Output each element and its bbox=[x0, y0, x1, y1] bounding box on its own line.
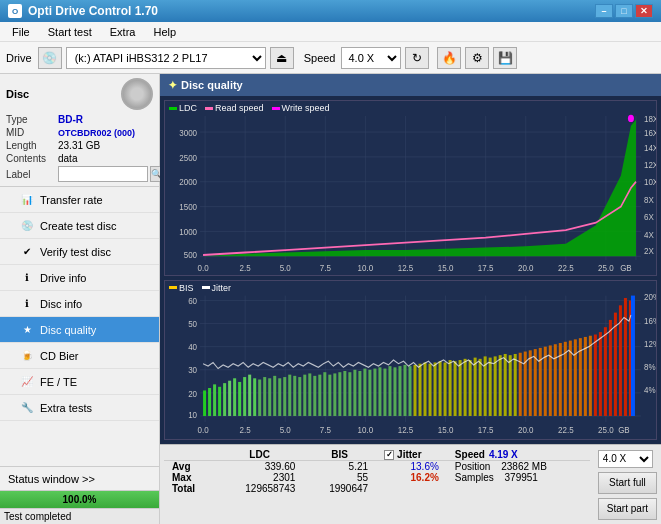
svg-rect-129 bbox=[403, 365, 406, 416]
settings-btn[interactable]: ⚙ bbox=[465, 47, 489, 69]
speed-select-stats[interactable]: 4.0 X bbox=[598, 450, 653, 468]
svg-rect-96 bbox=[238, 382, 241, 416]
ldc-legend-dot bbox=[169, 107, 177, 110]
svg-text:2X: 2X bbox=[644, 245, 654, 256]
svg-rect-122 bbox=[368, 370, 371, 416]
svg-rect-163 bbox=[574, 339, 577, 416]
svg-text:GB: GB bbox=[618, 424, 630, 435]
jitter-checkbox[interactable]: ✓ bbox=[384, 450, 394, 460]
svg-text:16%: 16% bbox=[644, 315, 656, 326]
avg-bis-value: 5.21 bbox=[303, 461, 376, 473]
contents-label: Contents bbox=[6, 153, 58, 164]
chart-header-icon: ✦ bbox=[168, 79, 177, 92]
avg-jitter-value: 13.6% bbox=[376, 461, 447, 473]
content-area: ✦ Disc quality LDC Read speed bbox=[160, 74, 661, 524]
svg-rect-103 bbox=[273, 376, 276, 416]
svg-rect-175 bbox=[631, 295, 635, 415]
svg-rect-109 bbox=[303, 375, 306, 416]
nav-disc-quality-label: Disc quality bbox=[40, 324, 96, 336]
svg-text:2500: 2500 bbox=[179, 152, 197, 163]
svg-rect-136 bbox=[439, 361, 442, 416]
menu-help[interactable]: Help bbox=[145, 24, 184, 40]
drive-select[interactable]: (k:) ATAPI iHBS312 2 PL17 bbox=[66, 47, 266, 69]
menu-extra[interactable]: Extra bbox=[102, 24, 144, 40]
svg-rect-108 bbox=[298, 377, 301, 416]
svg-rect-137 bbox=[444, 362, 447, 416]
refresh-button[interactable]: ↻ bbox=[405, 47, 429, 69]
svg-rect-98 bbox=[248, 375, 251, 416]
menu-file[interactable]: File bbox=[4, 24, 38, 40]
jitter-legend-label: Jitter bbox=[212, 283, 232, 293]
svg-rect-107 bbox=[293, 376, 296, 416]
svg-rect-115 bbox=[333, 373, 336, 416]
svg-text:25.0: 25.0 bbox=[598, 262, 614, 273]
nav-transfer-rate[interactable]: 📊 Transfer rate bbox=[0, 187, 159, 213]
app-title: Opti Drive Control 1.70 bbox=[28, 4, 158, 18]
drive-label: Drive bbox=[6, 52, 32, 64]
top-chart-legend: LDC Read speed Write speed bbox=[169, 103, 329, 113]
svg-text:10X: 10X bbox=[644, 177, 656, 188]
total-row-label: Total bbox=[164, 483, 216, 494]
svg-text:0.0: 0.0 bbox=[198, 424, 209, 435]
status-bar: Test completed bbox=[0, 508, 159, 524]
status-window-button[interactable]: Status window >> bbox=[0, 466, 159, 490]
nav-drive-info[interactable]: ℹ Drive info bbox=[0, 265, 159, 291]
nav-cd-bier[interactable]: 🍺 CD Bier bbox=[0, 343, 159, 369]
label-input[interactable] bbox=[58, 166, 148, 182]
svg-text:5.0: 5.0 bbox=[280, 424, 291, 435]
burn-icon-btn[interactable]: 🔥 bbox=[437, 47, 461, 69]
nav-disc-info[interactable]: ℹ Disc info bbox=[0, 291, 159, 317]
menu-start-test[interactable]: Start test bbox=[40, 24, 100, 40]
close-button[interactable]: ✕ bbox=[635, 4, 653, 18]
svg-text:4%: 4% bbox=[644, 384, 656, 395]
speed-select-toolbar[interactable]: 4.0 X bbox=[341, 47, 401, 69]
svg-text:22.5: 22.5 bbox=[558, 262, 574, 273]
svg-text:0.0: 0.0 bbox=[198, 262, 209, 273]
bis-legend-dot bbox=[169, 286, 177, 289]
label-label: Label bbox=[6, 169, 58, 180]
bis-legend-label: BIS bbox=[179, 283, 194, 293]
svg-rect-171 bbox=[614, 313, 617, 416]
svg-rect-120 bbox=[358, 371, 361, 416]
legend-jitter: Jitter bbox=[202, 283, 232, 293]
svg-text:2.5: 2.5 bbox=[240, 424, 251, 435]
nav-fe-te[interactable]: 📈 FE / TE bbox=[0, 369, 159, 395]
speed-current-value: 4.19 X bbox=[489, 449, 518, 460]
chart-title: Disc quality bbox=[181, 79, 243, 91]
legend-bis: BIS bbox=[169, 283, 194, 293]
svg-rect-128 bbox=[398, 366, 401, 416]
svg-text:20: 20 bbox=[188, 388, 197, 399]
save-btn[interactable]: 💾 bbox=[493, 47, 517, 69]
minimize-button[interactable]: – bbox=[595, 4, 613, 18]
svg-rect-97 bbox=[243, 377, 246, 416]
bottom-chart-legend: BIS Jitter bbox=[169, 283, 231, 293]
svg-rect-132 bbox=[419, 364, 422, 416]
svg-text:GB: GB bbox=[620, 262, 632, 273]
svg-text:17.5: 17.5 bbox=[478, 262, 494, 273]
total-speed-empty bbox=[447, 483, 590, 494]
position-label: Position bbox=[455, 461, 491, 472]
svg-text:20%: 20% bbox=[644, 292, 656, 303]
nav-disc-quality[interactable]: ★ Disc quality bbox=[0, 317, 159, 343]
sidebar-progress-bar: 100.0% bbox=[0, 490, 159, 508]
svg-rect-116 bbox=[338, 372, 341, 416]
svg-text:2.5: 2.5 bbox=[240, 262, 251, 273]
svg-text:25.0: 25.0 bbox=[598, 424, 614, 435]
nav-extra-tests[interactable]: 🔧 Extra tests bbox=[0, 395, 159, 421]
svg-rect-144 bbox=[479, 359, 482, 416]
maximize-button[interactable]: □ bbox=[615, 4, 633, 18]
main-layout: Disc Type BD-R MID OTCBDR002 (000) Lengt… bbox=[0, 74, 661, 524]
svg-text:22.5: 22.5 bbox=[558, 424, 574, 435]
start-full-button[interactable]: Start full bbox=[598, 472, 657, 494]
svg-rect-113 bbox=[323, 372, 326, 416]
svg-rect-94 bbox=[228, 381, 231, 416]
eject-button[interactable]: ⏏ bbox=[270, 47, 294, 69]
svg-rect-110 bbox=[308, 373, 311, 416]
svg-text:500: 500 bbox=[184, 249, 197, 260]
drive-icon-btn[interactable]: 💿 bbox=[38, 47, 62, 69]
transfer-rate-icon: 📊 bbox=[20, 193, 34, 207]
nav-create-test-disc[interactable]: 💿 Create test disc bbox=[0, 213, 159, 239]
start-part-button[interactable]: Start part bbox=[598, 498, 657, 520]
svg-rect-126 bbox=[388, 366, 391, 416]
nav-verify-test-disc[interactable]: ✔ Verify test disc bbox=[0, 239, 159, 265]
